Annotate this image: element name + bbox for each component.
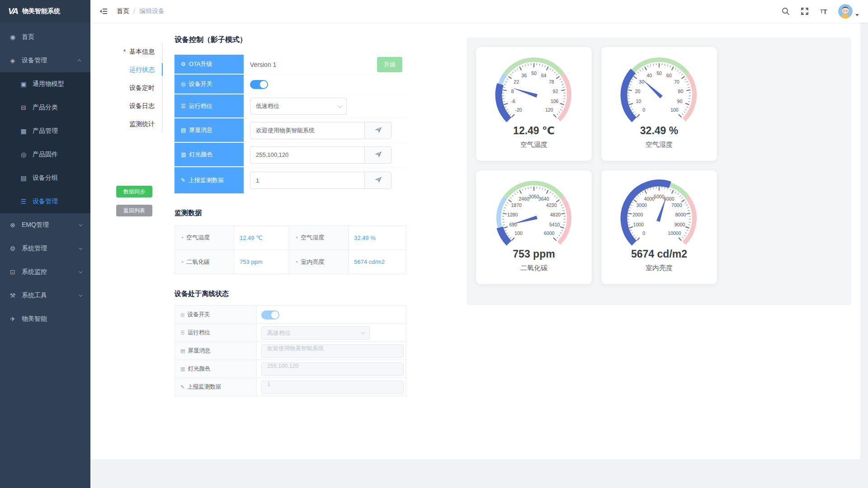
sidebar-item-product-category[interactable]: ⊟ 产品分类 [0,96,90,119]
send-button[interactable] [364,122,392,139]
font-size-icon[interactable]: TT [819,7,828,16]
tab-label: 设备日志 [129,102,155,109]
tools-icon: ⚒ [9,292,16,299]
side-actions: 数据同步 返回列表 [116,186,152,216]
svg-text:80: 80 [678,89,684,94]
sidebar-item-thing-model[interactable]: ▣ 通用物模型 [0,72,90,96]
paper-plane-icon [374,126,382,135]
sidebar-item-device-mgmt[interactable]: ◈ 设备管理 [0,49,90,72]
control-row-report: ✎ 上报监测数据 [175,167,406,193]
svg-text:2460: 2460 [519,196,530,202]
message-icon: ▤ [180,348,185,354]
sidebar-item-label: 设备分组 [33,174,58,182]
offline-label: ▥ 灯光颜色 [175,360,257,378]
sidebar-item-label: 产品管理 [33,127,58,135]
tab-device-timer[interactable]: 设备定时 [112,79,162,97]
settings-icon: ⚙ [9,245,16,252]
tab-monitor-stats[interactable]: 监测统计 [112,115,162,133]
sidebar-fold-icon[interactable] [99,7,108,16]
svg-text:4820: 4820 [550,212,561,217]
gauge-icon: ◔ [295,235,298,241]
color-icon: ▥ [180,366,185,372]
sidebar-item-emq-mgmt[interactable]: ⊗ EMQ管理 [0,213,90,237]
svg-text:5000: 5000 [654,194,665,199]
sidebar-menu: ◉ 首页 ◈ 设备管理 ▣ 通用物模型 ⊟ 产品分类 ▦ 产品管理 ◎ 产品固件… [0,23,90,331]
control-label-text: 运行档位 [189,102,212,110]
chevron-down-icon [79,293,82,296]
topbar: 首页 / 编辑设备 TT [90,0,868,23]
monitor-label-text: 室内亮度 [301,258,324,266]
offline-content: 欢迎使用物美智能系统 [257,342,406,360]
offline-row-switch: ◎ 设备开关 [175,306,406,324]
offline-label: ▤ 屏显消息 [175,342,257,360]
svg-text:70: 70 [674,79,679,84]
run-level-select[interactable]: 低速档位 [250,98,347,115]
fullscreen-icon[interactable] [800,7,809,16]
report-input[interactable] [250,172,364,189]
breadcrumb: 首页 / 编辑设备 [117,7,165,15]
upgrade-button[interactable]: 升级 [377,57,402,72]
svg-text:60: 60 [666,73,672,78]
offline-label-text: 灯光颜色 [188,365,210,373]
sidebar-item-label: 系统管理 [22,244,47,253]
paper-plane-icon [374,176,382,185]
app-logo[interactable]: VA 物美智能系统 [0,0,90,23]
monitor-value-brightness: 5674 cd/m2 [349,250,406,274]
send-button[interactable] [364,172,392,189]
group-icon: ▤ [20,174,27,182]
sidebar-item-system-mgmt[interactable]: ⚙ 系统管理 [0,237,90,260]
monitor-label-air-humidity: ◔ 空气湿度 [289,226,349,250]
svg-text:0: 0 [642,107,645,113]
monitor-icon: ⊡ [9,268,16,276]
sidebar-item-device-mgmt-item[interactable]: ☰ 设备管理 [0,190,90,213]
message-input[interactable] [250,122,364,139]
svg-text:90: 90 [677,99,683,104]
sidebar-item-product-mgmt[interactable]: ▦ 产品管理 [0,119,90,143]
firmware-icon: ◎ [20,151,27,158]
tab-run-status[interactable]: 运行状态 [112,61,162,79]
monitor-label-air-temp: ◔ 空气温度 [175,226,234,250]
control-label: ☰ 运行档位 [175,94,244,118]
search-icon[interactable] [781,7,790,16]
svg-text:3050: 3050 [528,194,539,199]
offline-label: ☰ 运行档位 [175,324,257,342]
sidebar-item-home[interactable]: ◉ 首页 [0,25,90,49]
control-row-message: ▤ 屏显消息 [175,118,406,143]
sidebar-item-system-monitor[interactable]: ⊡ 系统监控 [0,260,90,284]
data-sync-button[interactable]: 数据同步 [116,186,152,197]
device-switch-toggle[interactable] [250,80,268,89]
sidebar-item-device-group[interactable]: ▤ 设备分组 [0,166,90,190]
svg-text:4230: 4230 [546,202,557,208]
offline-color-input: 255,100,120 [261,362,404,376]
avatar[interactable] [838,4,853,19]
sidebar-item-system-tools[interactable]: ⚒ 系统工具 [0,284,90,307]
back-to-list-button[interactable]: 返回列表 [116,205,152,216]
control-label-text: 屏显消息 [189,126,212,134]
level-icon: ☰ [181,103,186,109]
firmware-version: Version 1 [250,61,276,68]
offline-label: ✎ 上报监测数据 [175,378,257,396]
gauge-card-3: 0100020003000400050006000700080009000100… [601,170,717,284]
gauge-chart: 0102030405060708090100 [601,52,717,129]
send-button[interactable] [364,146,392,164]
gauge-name: 室内亮度 [601,264,717,272]
gauge-chart: -20-68223650647892106120 [476,52,592,129]
control-label: ◎ 设备开关 [175,75,244,94]
switch-icon: ◎ [181,81,185,87]
color-icon: ▥ [181,151,186,158]
sidebar-item-wumei-smart[interactable]: ✈ 物美智能 [0,307,90,331]
sidebar-item-label: 系统监控 [22,268,47,276]
svg-text:20: 20 [635,89,641,94]
product-icon: ▦ [20,127,27,135]
user-menu[interactable] [838,4,859,19]
tab-device-log[interactable]: 设备日志 [112,97,162,115]
sidebar-item-product-firmware[interactable]: ◎ 产品固件 [0,143,90,166]
tab-basic-info[interactable]: * 基本信息 [112,42,162,61]
app-title: 物美智能系统 [22,7,60,15]
monitor-label-text: 空气湿度 [301,234,324,242]
breadcrumb-home[interactable]: 首页 [117,7,129,15]
color-input[interactable] [250,146,364,164]
offline-content [257,306,406,324]
gauge-chart: 1006901280187024603050364042304820541060… [476,175,592,253]
emq-icon: ⊗ [9,221,16,229]
